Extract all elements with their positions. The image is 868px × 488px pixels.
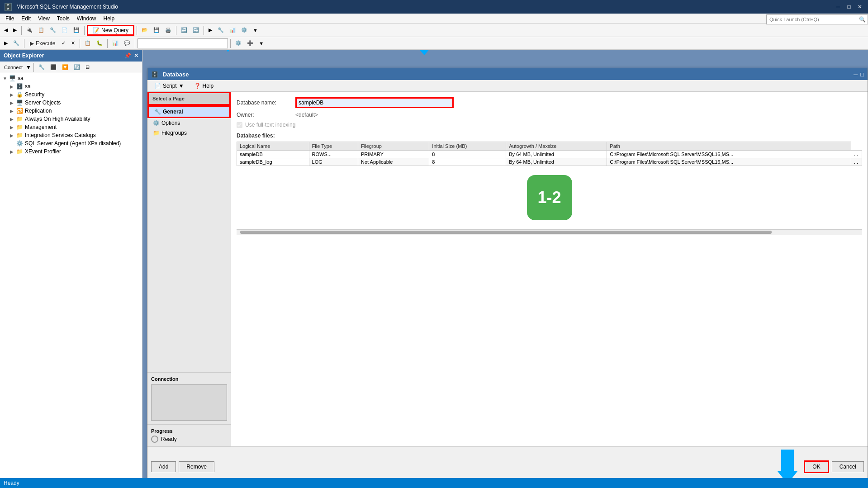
toolbar2-btn-cancel[interactable]: ✕ <box>69 39 77 47</box>
toolbar-btn-11[interactable]: ▶ <box>206 26 214 34</box>
fulltext-row: Use full-text indexing <box>237 122 862 128</box>
toolbar-btn-8[interactable]: 🖨️ <box>163 26 174 34</box>
toolbar2-btn-results[interactable]: 📊 <box>110 39 121 47</box>
scroll-thumb[interactable] <box>240 231 772 234</box>
remove-button[interactable]: Remove <box>179 461 214 472</box>
database-selector[interactable] <box>138 38 228 48</box>
fulltext-checkbox[interactable] <box>237 122 242 128</box>
new-query-label: New Query <box>101 27 128 33</box>
menu-edit[interactable]: Edit <box>18 14 34 23</box>
toolbar-btn-2[interactable]: 📋 <box>36 26 47 34</box>
tree-item-xevent[interactable]: ▶ 📁 XEvent Profiler <box>1 147 141 156</box>
toolbar-btn-14[interactable]: ⚙️ <box>239 26 250 34</box>
toolbar-forward-btn[interactable]: ▶ <box>11 26 19 34</box>
toolbar-btn-9[interactable]: ↩️ <box>179 26 190 34</box>
tree-item-root[interactable]: ▼ 🖥️ sa <box>1 74 141 82</box>
menu-file[interactable]: File <box>2 14 18 23</box>
oe-connect-dropdown[interactable]: ▼ <box>26 64 31 71</box>
minimize-button[interactable]: ─ <box>834 2 843 11</box>
cancel-button[interactable]: Cancel <box>832 461 864 472</box>
menu-tools[interactable]: Tools <box>53 14 73 23</box>
toolbar-btn-3[interactable]: 🔧 <box>47 26 58 34</box>
menu-help[interactable]: Help <box>100 14 119 23</box>
nav-item-general[interactable]: 🔧 General <box>147 105 231 118</box>
toolbar2-btn-msg[interactable]: 💬 <box>122 39 133 47</box>
fulltext-label: Use full-text indexing <box>245 122 295 128</box>
oe-collapse-btn[interactable]: ⊟ <box>83 63 92 71</box>
ok-button[interactable]: OK <box>804 460 829 473</box>
toolbar2-btn-2[interactable]: 🔧 <box>11 39 22 47</box>
cell-initial-size-2[interactable]: 8 <box>429 158 506 166</box>
toolbar-secondary: ▶ 🔧 ▶ Execute ✓ ✕ 📋 🐛 📊 💬 ⚙️ ➕ ▼ <box>0 37 868 50</box>
tree-label-integration: Integration Services Catalogs <box>25 132 96 138</box>
help-button[interactable]: ❓ Help <box>191 81 217 90</box>
toolbar-btn-13[interactable]: 📊 <box>227 26 238 34</box>
script-button[interactable]: 📄 Script ▼ <box>151 81 187 90</box>
toolbar2-btn-parse[interactable]: 📋 <box>82 39 93 47</box>
quick-launch-input[interactable] <box>767 16 857 23</box>
db-name-input[interactable] <box>295 97 454 108</box>
tree-item-sqlagent[interactable]: ⚙️ SQL Server Agent (Agent XPs disabled) <box>1 139 141 147</box>
scroll-area[interactable] <box>237 229 862 235</box>
toolbar-back-btn[interactable]: ◀ <box>2 26 10 34</box>
toolbar2-btn-check[interactable]: ✓ <box>59 39 68 47</box>
toolbar2-btn-debug[interactable]: 🐛 <box>94 39 105 47</box>
nav-filegroups-icon: 📁 <box>153 130 160 136</box>
menu-window[interactable]: Window <box>73 14 100 23</box>
oe-connect-btn[interactable]: Connect <box>2 63 25 71</box>
tree-item-replication[interactable]: ▶ 🔁 Replication <box>1 107 141 115</box>
execute-button[interactable]: ▶ Execute <box>27 39 58 48</box>
nav-item-options[interactable]: ⚙️ Options <box>147 118 231 128</box>
owner-value: <default> <box>295 112 318 118</box>
maximize-button[interactable]: □ <box>844 2 854 11</box>
tree-icon-server-objects: 🖥️ <box>16 99 23 106</box>
nav-item-filegroups[interactable]: 📁 Filegroups <box>147 128 231 138</box>
close-button[interactable]: ✕ <box>855 2 864 11</box>
cell-logical-name-2[interactable]: sampleDB_log <box>237 158 309 166</box>
oe-filter-btn[interactable]: 🔧 <box>36 63 47 71</box>
new-query-button[interactable]: 📝 New Query <box>87 25 134 36</box>
connection-label: Connection <box>151 376 227 382</box>
owner-label: Owner: <box>237 112 295 118</box>
add-button[interactable]: Add <box>151 461 176 472</box>
tree-label-databases: sa <box>25 83 31 90</box>
toolbar-btn-6[interactable]: 📂 <box>139 26 150 34</box>
oe-refresh-btn[interactable]: 🔄 <box>71 63 82 71</box>
tree-item-security[interactable]: ▶ 🔒 Security <box>1 90 141 99</box>
cell-initial-size-1[interactable]: 8 <box>429 151 506 158</box>
toolbar-btn-7[interactable]: 💾 <box>151 26 162 34</box>
cell-dots-2[interactable]: ... <box>851 158 862 166</box>
menu-view[interactable]: View <box>34 14 53 23</box>
toolbar-btn-5[interactable]: 💾 <box>71 26 82 34</box>
toolbar2-btn-settings[interactable]: ⚙️ <box>233 39 244 47</box>
oe-filter2-btn[interactable]: 🔽 <box>60 63 71 71</box>
tree-item-management[interactable]: ▶ 📁 Management <box>1 123 141 131</box>
tree-icon-root: 🖥️ <box>9 75 16 81</box>
dialog-minimize-btn[interactable]: ─ <box>854 71 858 78</box>
toolbar-btn-15[interactable]: ▼ <box>251 26 260 34</box>
toolbar2-btn-more[interactable]: ▼ <box>256 39 266 47</box>
panel-close-icon[interactable]: ✕ <box>134 52 138 59</box>
oe-stop-btn[interactable]: ⬛ <box>48 63 59 71</box>
toolbar-btn-4[interactable]: 📄 <box>59 26 70 34</box>
toolbar-connect-btn[interactable]: 🔌 <box>24 26 35 34</box>
toolbar-btn-12[interactable]: 🔧 <box>215 26 226 34</box>
tree-item-integration[interactable]: ▶ 📁 Integration Services Catalogs <box>1 131 141 139</box>
db-name-label: Database name: <box>237 99 295 106</box>
tree-item-alwayson[interactable]: ▶ 📁 Always On High Availability <box>1 115 141 123</box>
panel-pin-icon[interactable]: 📌 <box>124 52 131 59</box>
toolbar2-btn-add[interactable]: ➕ <box>245 39 256 47</box>
dialog-connection-section: Connection <box>147 372 231 424</box>
dialog-right-panel: Database name: Owner: <default> Use full… <box>231 92 868 446</box>
tree-item-server-objects[interactable]: ▶ 🖥️ Server Objects <box>1 99 141 107</box>
cell-logical-name-1[interactable]: sampleDB <box>237 151 309 158</box>
dialog-maximize-btn[interactable]: □ <box>860 71 864 78</box>
toolbar-btn-10[interactable]: ↪️ <box>190 26 201 34</box>
cell-dots-1[interactable]: ... <box>851 151 862 158</box>
col-file-type: File Type <box>309 142 358 151</box>
toolbar2-btn-1[interactable]: ▶ <box>2 39 10 47</box>
step-badge: 1-2 <box>527 175 572 220</box>
quick-launch-search-icon: 🔍 <box>857 15 868 24</box>
tree-item-databases[interactable]: ▶ 🗄️ sa <box>1 82 141 90</box>
dialog-script-bar: 📄 Script ▼ ❓ Help <box>147 80 868 92</box>
